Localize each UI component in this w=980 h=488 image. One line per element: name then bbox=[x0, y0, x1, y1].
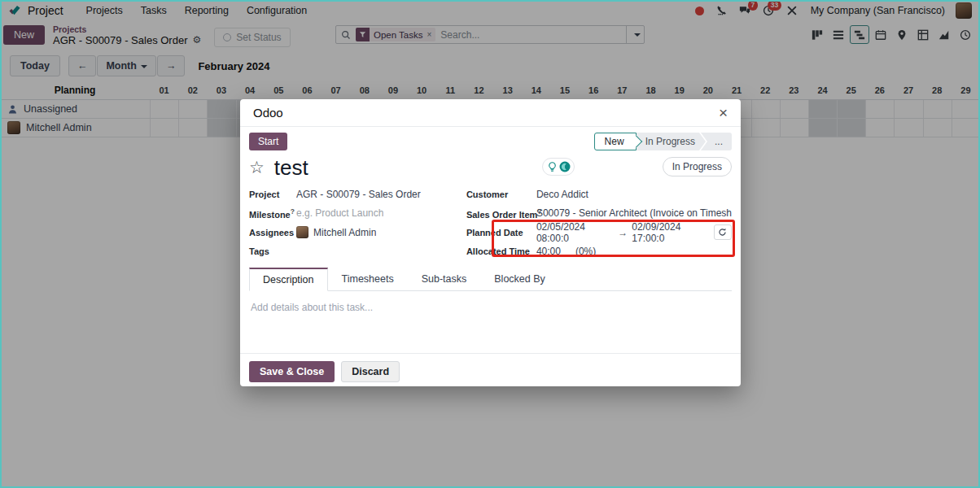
stage-statusbar: NewIn Progress... bbox=[594, 133, 732, 150]
project-field[interactable]: AGR - S00079 - Sales Order bbox=[296, 189, 421, 200]
description-editor[interactable]: Add details about this task... bbox=[249, 291, 732, 353]
help-icon: ? bbox=[291, 207, 295, 216]
notebook-tabs: DescriptionTimesheetsSub-tasksBlocked By bbox=[249, 268, 732, 291]
tab-sub-tasks[interactable]: Sub-tasks bbox=[408, 268, 481, 290]
project-label: Project bbox=[249, 190, 296, 199]
save-close-button[interactable]: Save & Close bbox=[249, 361, 335, 382]
refresh-icon[interactable] bbox=[714, 224, 732, 240]
lightbulb-icon bbox=[548, 162, 557, 172]
kanban-state-button[interactable]: In Progress bbox=[663, 157, 732, 176]
tab-description[interactable]: Description bbox=[249, 268, 328, 291]
stage-in-progress[interactable]: In Progress bbox=[632, 133, 706, 150]
allocated-time-field[interactable]: 40:00 bbox=[536, 246, 561, 257]
discard-button[interactable]: Discard bbox=[341, 361, 400, 382]
milestone-label: Milestone? bbox=[249, 207, 296, 220]
planned-date-end-input[interactable]: 02/09/2024 17:00:0 bbox=[632, 221, 709, 244]
favorite-star-icon[interactable]: ☆ bbox=[249, 158, 265, 177]
tab-timesheets[interactable]: Timesheets bbox=[328, 268, 408, 290]
planned-date-start-input[interactable]: 02/05/2024 08:00:0 bbox=[536, 221, 614, 244]
task-dialog: Odoo × Start NewIn Progress... ☆ test bbox=[240, 99, 741, 386]
sales-order-item-label: Sales Order Item? bbox=[466, 207, 536, 220]
tab-blocked-by[interactable]: Blocked By bbox=[480, 268, 559, 290]
app-window: Project ProjectsTasksReportingConfigurat… bbox=[0, 0, 980, 488]
dialog-title: Odoo bbox=[253, 106, 283, 120]
start-button[interactable]: Start bbox=[249, 133, 287, 150]
stage-new[interactable]: New bbox=[594, 133, 637, 150]
sales-order-item-field[interactable]: S00079 - Senior Architect (Invoice on Ti… bbox=[536, 207, 732, 219]
moon-state-icon bbox=[559, 161, 571, 172]
customer-field[interactable]: Deco Addict bbox=[536, 189, 588, 200]
customer-label: Customer bbox=[466, 190, 536, 199]
allocated-time-percent: (0%) bbox=[575, 246, 596, 257]
assignees-field[interactable]: Mitchell Admin bbox=[296, 226, 376, 238]
task-state-widget[interactable] bbox=[542, 158, 575, 176]
assignees-label: Assignees bbox=[249, 228, 296, 237]
field-grid: Project AGR - S00079 - Sales Order Miles… bbox=[249, 185, 732, 261]
allocated-time-label: Allocated Time bbox=[466, 246, 536, 256]
assignee-avatar bbox=[296, 226, 308, 238]
milestone-field[interactable]: e.g. Product Launch bbox=[296, 207, 383, 219]
task-title-input[interactable]: test bbox=[274, 155, 308, 181]
tags-label: Tags bbox=[249, 246, 296, 256]
date-range-arrow-icon: → bbox=[618, 227, 628, 238]
close-icon[interactable]: × bbox=[719, 105, 728, 120]
planned-date-label: Planned Date bbox=[466, 228, 536, 237]
